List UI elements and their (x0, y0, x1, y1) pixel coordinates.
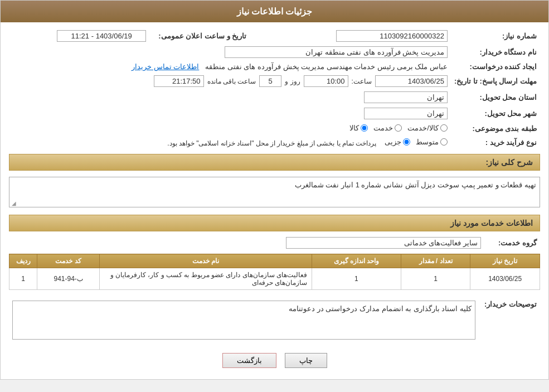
radio-kalaKhedmat-label: کالا/خدمت (407, 124, 439, 132)
radio-jazii-input[interactable] (403, 138, 410, 146)
shomareNiaz-box: 1103092160000322 (336, 30, 448, 42)
col-tedad: تعداد / مقدار (401, 254, 470, 268)
row-noeFarayand: نوع فرآیند خرید : متوسط جزیی پرداخت (9, 135, 540, 149)
radio-kalaKhedmat: کالا/خدمت (407, 124, 448, 132)
section-sharh: شرح کلی نیاز: (9, 154, 540, 171)
section-sharh-label: شرح کلی نیاز: (486, 158, 533, 167)
cell-vahed: 1 (312, 268, 401, 290)
label-ostan: استان محل تحویل: (451, 89, 540, 105)
sharh-content: تهیه قطعات و تعمیر پمپ سوخت دیزل آتش نشا… (9, 174, 540, 210)
radio-kala-input[interactable] (361, 124, 368, 132)
row-mohlat: مهلت ارسال پاسخ: تا تاریخ: 1403/06/25 سا… (9, 73, 540, 89)
row-namDastgah: نام دستگاه خریدار: مدیریت پخش فرآورده ها… (9, 44, 540, 60)
label-shomareNiaz: شماره نیاز: (451, 28, 540, 44)
content-area: شماره نیاز: 1103092160000322 تاریخ و ساع… (1, 22, 548, 379)
sharh-box: تهیه قطعات و تعمیر پمپ سوخت دیزل آتش نشا… (9, 177, 540, 207)
mohlat-tarikh: 1403/06/25 (375, 75, 448, 87)
col-name: نام خدمت (100, 254, 312, 268)
value-mohlat: 1403/06/25 ساعت: 10:00 روز و 5 ساعت باقی… (9, 73, 451, 89)
label-rooz: روز و (285, 78, 300, 85)
label-namDastgah: نام دستگاه خریدار: (451, 44, 540, 60)
tabagheBandi-radio-group: کالا/خدمت خدمت کالا (349, 124, 448, 132)
radio-motavaset-label: متوسط (416, 138, 439, 146)
services-table: تاریخ نیاز تعداد / مقدار واحد اندازه گیر… (9, 254, 540, 290)
radio-motavaset-input[interactable] (440, 138, 448, 146)
table-row: 1403/06/25 1 1 فعالیت‌های سازمان‌های دار… (9, 268, 540, 290)
value-tosih: کلیه اسناد بارگذاری به انضمام مدارک درخو… (9, 296, 479, 345)
cell-name: فعالیت‌های سازمان‌های دارای عضو مربوط به… (100, 268, 312, 290)
value-ijadKonande: عباس ملک برمی رئیس خدمات مهندسی مدیریت پ… (9, 60, 451, 73)
col-radif: ردیف (9, 254, 37, 268)
label-tarikh-saat: تاریخ و ساعت اعلان عمومی: (149, 28, 250, 44)
label-ijadKonande: ایجاد کننده درخواست: (451, 60, 540, 73)
cell-radif: 1 (9, 268, 37, 290)
radio-kala: کالا (349, 124, 368, 132)
row-ijadKonande: ایجاد کننده درخواست: عباس ملک برمی رئیس … (9, 60, 540, 73)
page-header: جزئیات اطلاعات نیاز (1, 1, 548, 22)
tosih-box: کلیه اسناد بارگذاری به انضمام مدارک درخو… (12, 301, 475, 340)
radio-kala-label: کالا (349, 124, 359, 132)
value-ostan: تهران (9, 89, 451, 105)
radio-jazii-label: جزیی (385, 138, 401, 146)
radio-motavaset: متوسط (416, 138, 448, 146)
resize-handle: ◢ (11, 200, 16, 206)
row-grooh: گروه خدمت: سایر فعالیت‌های خدماتی (9, 235, 540, 251)
section-khadamat-label: اطلاعات خدمات مورد نیاز (450, 219, 533, 228)
noeFarayand-desc: پرداخت تمام یا بخشی از مبلغ خریدار از مح… (167, 139, 376, 147)
back-button[interactable]: بازگشت (222, 353, 276, 368)
mohlat-row: 1403/06/25 ساعت: 10:00 روز و 5 ساعت باقی… (12, 75, 448, 87)
col-code: کد خدمت (37, 254, 100, 268)
radio-khedmat-input[interactable] (395, 124, 402, 132)
value-shahr: تهران (9, 105, 451, 122)
mohlat-saat: 10:00 (304, 75, 348, 87)
row-tabagheBandi: طبقه بندی موضوعی: کالا/خدمت خدمت (9, 122, 540, 135)
shahr-box: تهران (364, 108, 448, 119)
services-table-body: 1403/06/25 1 1 فعالیت‌های سازمان‌های دار… (9, 268, 540, 290)
section-khadamat: اطلاعات خدمات مورد نیاز (9, 215, 540, 231)
page-title: جزئیات اطلاعات نیاز (237, 7, 313, 16)
value-tabagheBandi: کالا/خدمت خدمت کالا (9, 122, 451, 135)
label-mohlat: مهلت ارسال پاسخ: تا تاریخ: (451, 73, 540, 89)
services-table-head: تاریخ نیاز تعداد / مقدار واحد اندازه گیر… (9, 254, 540, 268)
col-vahed: واحد اندازه گیری (312, 254, 401, 268)
ijadKonande-link[interactable]: اطلاعات تماس خریدار (132, 62, 199, 71)
value-tarikh-saat: 1403/06/19 - 11:21 (9, 28, 149, 44)
ijadKonande-text: عباس ملک برمی رئیس خدمات مهندسی مدیریت پ… (205, 62, 448, 71)
value-noeFarayand: متوسط جزیی پرداخت تمام یا بخشی از مبلغ خ… (9, 135, 451, 149)
row-shahr: شهر محل تحویل: تهران (9, 105, 540, 122)
cell-tarikh: 1403/06/25 (470, 268, 540, 290)
grooh-box: سایر فعالیت‌های خدماتی (286, 237, 481, 249)
row-tosih: توصیحات خریدار: کلیه اسناد بارگذاری به ا… (9, 296, 540, 345)
value-namDastgah: مدیریت پخش فرآورده های نفتی منطقه تهران (9, 44, 451, 60)
label-noeFarayand: نوع فرآیند خرید : (451, 135, 540, 149)
noeFarayand-radio-group: متوسط جزیی (385, 138, 448, 146)
label-tosih: توصیحات خریدار: (479, 296, 540, 345)
button-row: چاپ بازگشت (9, 353, 540, 368)
tosih-table: توصیحات خریدار: کلیه اسناد بارگذاری به ا… (9, 296, 540, 345)
mohlat-rooz: 5 (259, 75, 281, 87)
value-shomareNiaz: 1103092160000322 (278, 28, 451, 44)
services-header-row: تاریخ نیاز تعداد / مقدار واحد اندازه گیر… (9, 254, 540, 268)
radio-khedmat-label: خدمت (373, 124, 393, 132)
label-grooh: گروه خدمت: (484, 235, 540, 251)
label-baghimande: ساعت باقی مانده (207, 78, 256, 85)
main-info-table: شماره نیاز: 1103092160000322 تاریخ و ساع… (9, 28, 540, 149)
sharh-text: تهیه قطعات و تعمیر پمپ سوخت دیزل آتش نشا… (295, 181, 536, 189)
tosih-text: کلیه اسناد بارگذاری به انضمام مدارک درخو… (289, 304, 472, 313)
label-saat: ساعت: (352, 78, 372, 85)
tarikh-saat-box: 1403/06/19 - 11:21 (57, 30, 146, 42)
cell-tedad: 1 (401, 268, 470, 290)
page-wrapper: جزئیات اطلاعات نیاز شماره نیاز: 11030921… (0, 0, 549, 380)
radio-khedmat: خدمت (373, 124, 402, 132)
print-button[interactable]: چاپ (285, 353, 327, 368)
radio-jazii: جزیی (385, 138, 410, 146)
radio-kalaKhedmat-input[interactable] (440, 124, 448, 132)
row-shomareNiaz: شماره نیاز: 1103092160000322 تاریخ و ساع… (9, 28, 540, 44)
col-tarikh: تاریخ نیاز (470, 254, 540, 268)
value-grooh: سایر فعالیت‌های خدماتی (9, 235, 484, 251)
mohlat-baghimande: 21:17:50 (154, 75, 204, 87)
namDastgah-box: مدیریت پخش فرآورده های نفتی منطقه تهران (225, 46, 448, 58)
row-ostan: استان محل تحویل: تهران (9, 89, 540, 105)
label-tabagheBandi: طبقه بندی موضوعی: (451, 122, 540, 135)
grooh-table: گروه خدمت: سایر فعالیت‌های خدماتی (9, 235, 540, 251)
